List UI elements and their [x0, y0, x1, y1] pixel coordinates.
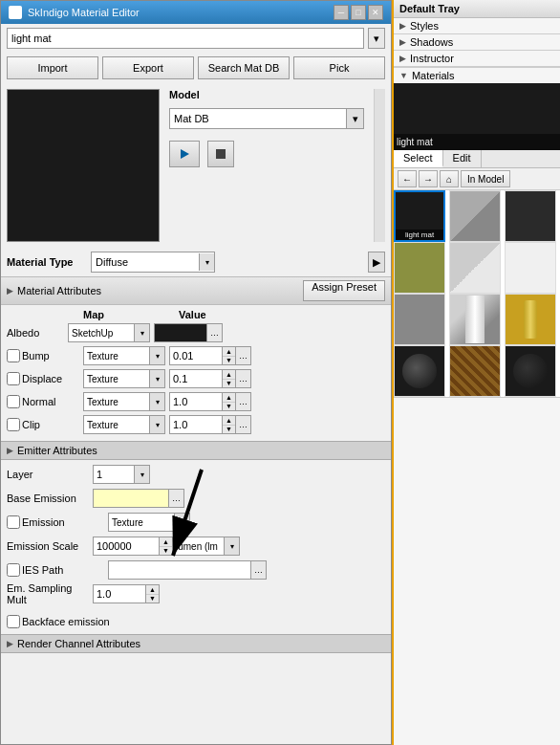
albedo-color-picker[interactable]: [154, 323, 207, 342]
clip-checkbox[interactable]: [7, 418, 20, 431]
styles-item[interactable]: ▶ Styles: [394, 18, 560, 33]
bump-more-button[interactable]: …: [236, 346, 251, 365]
normal-down[interactable]: ▼: [223, 403, 235, 411]
thumbnail-6[interactable]: [394, 294, 445, 345]
thumbnail-8[interactable]: [505, 294, 556, 345]
em-mult-down[interactable]: ▼: [146, 595, 159, 603]
clip-spinner[interactable]: ▲ ▼: [223, 415, 236, 434]
emission-scale-spinner[interactable]: ▲ ▼: [160, 537, 173, 556]
emission-unit-arrow[interactable]: ▾: [224, 537, 239, 555]
type-dropdown-arrow[interactable]: ▾: [199, 253, 214, 271]
bump-spinner[interactable]: ▲ ▼: [223, 346, 236, 365]
normal-more-button[interactable]: …: [236, 392, 251, 411]
bump-checkbox[interactable]: [7, 349, 20, 362]
normal-up[interactable]: ▲: [223, 393, 235, 403]
bump-up[interactable]: ▲: [223, 347, 235, 357]
normal-map-arrow[interactable]: ▾: [149, 393, 164, 410]
clip-map-dropdown[interactable]: Texture ▾: [83, 415, 165, 434]
forward-button[interactable]: →: [419, 170, 438, 187]
clip-value-input[interactable]: [169, 415, 223, 434]
close-button[interactable]: ✕: [368, 5, 383, 20]
home-button[interactable]: ⌂: [440, 170, 459, 187]
clip-map-arrow[interactable]: ▾: [149, 416, 164, 433]
ies-more-button[interactable]: …: [251, 560, 267, 580]
shadows-item[interactable]: ▶ Shadows: [394, 34, 560, 50]
bump-down[interactable]: ▼: [223, 357, 235, 365]
layer-dropdown[interactable]: 1 ▾: [93, 465, 150, 484]
materials-item[interactable]: ▼ Materials: [394, 68, 560, 83]
tab-edit[interactable]: Edit: [443, 150, 482, 167]
emission-scale-up[interactable]: ▲: [160, 537, 172, 547]
layer-dropdown-arrow[interactable]: ▾: [134, 466, 149, 483]
albedo-more-button[interactable]: …: [207, 323, 223, 342]
stop-button[interactable]: [207, 141, 234, 167]
emitter-triangle[interactable]: ▶: [7, 446, 13, 455]
thumbnail-4[interactable]: [449, 242, 501, 294]
base-emission-more[interactable]: …: [169, 489, 184, 508]
em-mult-spinner[interactable]: ▲ ▼: [146, 584, 160, 603]
search-mat-button[interactable]: Search Mat DB: [198, 56, 290, 79]
base-emission-color[interactable]: [93, 489, 169, 508]
displace-spinner[interactable]: ▲ ▼: [223, 369, 236, 388]
thumbnail-11[interactable]: [505, 345, 556, 397]
material-type-dropdown[interactable]: Diffuse ▾: [91, 252, 215, 273]
pick-button[interactable]: Pick: [293, 56, 385, 79]
thumbnail-3[interactable]: [394, 242, 445, 294]
emission-checkbox[interactable]: [7, 515, 20, 529]
emission-unit-dropdown[interactable]: lumen (lm ▾: [173, 537, 240, 556]
displace-down[interactable]: ▼: [223, 380, 235, 388]
thumbnail-7[interactable]: [449, 294, 501, 345]
displace-checkbox[interactable]: [7, 372, 20, 385]
model-dropdown[interactable]: Mat DB ▾: [169, 108, 364, 129]
material-type-arrow[interactable]: ▶: [368, 252, 385, 273]
render-channel-triangle[interactable]: ▶: [7, 639, 13, 648]
clip-down[interactable]: ▼: [223, 426, 235, 434]
thumbnail-1[interactable]: [449, 190, 501, 242]
model-dropdown-arrow[interactable]: ▾: [346, 109, 363, 128]
minimize-button[interactable]: ─: [334, 5, 349, 20]
displace-more-button[interactable]: …: [236, 369, 251, 388]
assign-preset-button[interactable]: Assign Preset: [303, 280, 385, 301]
import-button[interactable]: Import: [7, 56, 98, 79]
thumbnail-9[interactable]: [394, 345, 445, 397]
normal-value-input[interactable]: [169, 392, 223, 411]
backface-checkbox[interactable]: [7, 615, 20, 628]
thumbnail-5[interactable]: [505, 242, 556, 294]
normal-spinner[interactable]: ▲ ▼: [223, 392, 236, 411]
attributes-triangle[interactable]: ▶: [7, 286, 13, 296]
bump-value-input[interactable]: [169, 346, 223, 365]
em-mult-up[interactable]: ▲: [146, 585, 159, 595]
emission-map-arrow[interactable]: ▾: [174, 514, 189, 531]
emission-scale-input[interactable]: [93, 537, 160, 556]
play-button[interactable]: [169, 141, 200, 167]
tab-select[interactable]: Select: [394, 150, 443, 167]
displace-value-input[interactable]: [169, 369, 223, 388]
thumbnail-0[interactable]: light mat: [394, 190, 445, 242]
maximize-button[interactable]: □: [351, 5, 366, 20]
displace-map-dropdown[interactable]: Texture ▾: [83, 369, 165, 388]
emission-map-dropdown[interactable]: Texture ▾: [108, 513, 190, 532]
ies-checkbox[interactable]: [7, 563, 20, 577]
back-button[interactable]: ←: [398, 170, 417, 187]
instructor-item[interactable]: ▶ Instructor: [394, 51, 560, 66]
bump-map-dropdown[interactable]: Texture ▾: [83, 346, 165, 365]
mat-name-dropdown[interactable]: ▾: [368, 28, 385, 49]
bump-map-arrow[interactable]: ▾: [149, 347, 164, 364]
displace-map-arrow[interactable]: ▾: [149, 370, 164, 387]
clip-up[interactable]: ▲: [223, 416, 235, 426]
material-name-input[interactable]: [7, 28, 364, 49]
thumbnail-10[interactable]: [449, 345, 501, 397]
displace-up[interactable]: ▲: [223, 370, 235, 380]
albedo-map-arrow[interactable]: ▾: [134, 324, 149, 341]
normal-checkbox[interactable]: [7, 395, 20, 408]
ies-path-input[interactable]: [108, 560, 251, 580]
em-mult-input[interactable]: [93, 584, 146, 603]
emission-scale-down[interactable]: ▼: [160, 547, 172, 556]
in-model-button[interactable]: In Model: [461, 170, 510, 187]
export-button[interactable]: Export: [102, 56, 194, 79]
albedo-map-dropdown[interactable]: SketchUp ▾: [68, 323, 150, 342]
thumbnail-2[interactable]: [505, 190, 556, 242]
preview-scrollbar[interactable]: [374, 89, 385, 242]
clip-more-button[interactable]: …: [236, 415, 251, 434]
normal-map-dropdown[interactable]: Texture ▾: [83, 392, 165, 411]
